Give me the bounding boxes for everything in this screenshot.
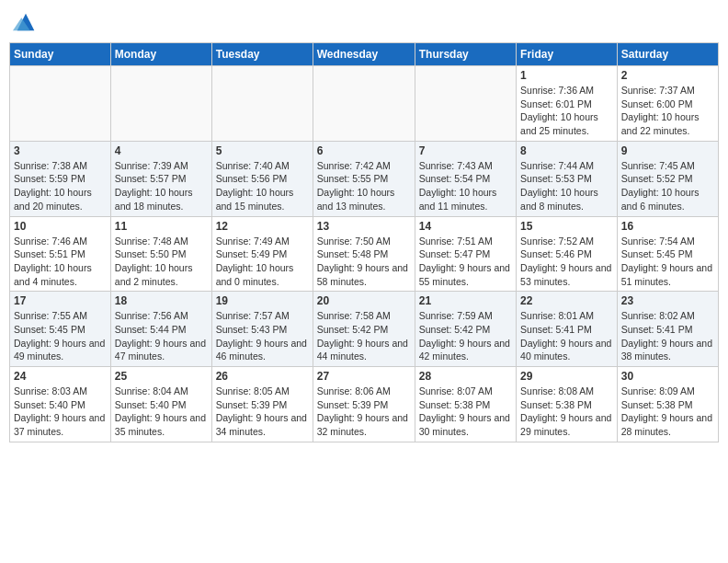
day-info: Sunrise: 8:02 AM Sunset: 5:41 PM Dayligh… — [621, 309, 714, 363]
day-number: 6 — [317, 144, 411, 157]
day-info: Sunrise: 7:55 AM Sunset: 5:45 PM Dayligh… — [14, 309, 107, 363]
day-number: 16 — [621, 220, 714, 233]
calendar-cell: 29Sunrise: 8:08 AM Sunset: 5:38 PM Dayli… — [517, 367, 618, 442]
calendar-cell: 8Sunrise: 7:44 AM Sunset: 5:53 PM Daylig… — [517, 141, 618, 216]
day-info: Sunrise: 7:52 AM Sunset: 5:46 PM Dayligh… — [520, 235, 613, 289]
day-info: Sunrise: 7:48 AM Sunset: 5:50 PM Dayligh… — [115, 235, 208, 289]
calendar-cell: 14Sunrise: 7:51 AM Sunset: 5:47 PM Dayli… — [415, 216, 516, 292]
calendar-cell — [110, 66, 211, 142]
logo — [9, 9, 39, 35]
day-info: Sunrise: 8:06 AM Sunset: 5:39 PM Dayligh… — [317, 385, 411, 439]
calendar-cell: 13Sunrise: 7:50 AM Sunset: 5:48 PM Dayli… — [313, 216, 415, 292]
day-info: Sunrise: 8:07 AM Sunset: 5:38 PM Dayligh… — [419, 385, 512, 439]
day-number: 29 — [520, 370, 613, 383]
calendar-cell: 5Sunrise: 7:40 AM Sunset: 5:56 PM Daylig… — [211, 141, 313, 216]
day-info: Sunrise: 7:43 AM Sunset: 5:54 PM Dayligh… — [419, 159, 512, 213]
day-number: 9 — [621, 144, 714, 157]
day-number: 10 — [14, 220, 107, 233]
calendar-cell: 15Sunrise: 7:52 AM Sunset: 5:46 PM Dayli… — [517, 216, 618, 292]
day-info: Sunrise: 7:59 AM Sunset: 5:42 PM Dayligh… — [419, 309, 512, 363]
day-number: 8 — [520, 144, 613, 157]
header-friday: Friday — [517, 43, 618, 66]
day-info: Sunrise: 7:46 AM Sunset: 5:51 PM Dayligh… — [14, 235, 107, 289]
day-number: 1 — [520, 69, 613, 82]
calendar-cell: 11Sunrise: 7:48 AM Sunset: 5:50 PM Dayli… — [110, 216, 211, 292]
calendar-cell: 12Sunrise: 7:49 AM Sunset: 5:49 PM Dayli… — [211, 216, 313, 292]
day-info: Sunrise: 8:09 AM Sunset: 5:38 PM Dayligh… — [621, 385, 714, 439]
day-info: Sunrise: 7:57 AM Sunset: 5:43 PM Dayligh… — [216, 309, 309, 363]
day-info: Sunrise: 7:37 AM Sunset: 6:00 PM Dayligh… — [621, 84, 714, 138]
header-sunday: Sunday — [10, 43, 111, 66]
day-info: Sunrise: 7:45 AM Sunset: 5:52 PM Dayligh… — [621, 159, 714, 213]
week-row-3: 17Sunrise: 7:55 AM Sunset: 5:45 PM Dayli… — [10, 292, 719, 367]
header-tuesday: Tuesday — [211, 43, 313, 66]
week-row-4: 24Sunrise: 8:03 AM Sunset: 5:40 PM Dayli… — [10, 367, 719, 442]
calendar-cell: 27Sunrise: 8:06 AM Sunset: 5:39 PM Dayli… — [313, 367, 415, 442]
calendar-cell: 6Sunrise: 7:42 AM Sunset: 5:55 PM Daylig… — [313, 141, 415, 216]
calendar-cell: 4Sunrise: 7:39 AM Sunset: 5:57 PM Daylig… — [110, 141, 211, 216]
day-info: Sunrise: 7:38 AM Sunset: 5:59 PM Dayligh… — [14, 159, 107, 213]
calendar-cell — [10, 66, 111, 142]
day-number: 30 — [621, 370, 714, 383]
day-number: 12 — [216, 220, 309, 233]
calendar-cell: 23Sunrise: 8:02 AM Sunset: 5:41 PM Dayli… — [617, 292, 718, 367]
day-number: 18 — [115, 294, 208, 307]
day-number: 4 — [115, 144, 208, 157]
day-number: 23 — [621, 294, 714, 307]
day-info: Sunrise: 7:40 AM Sunset: 5:56 PM Dayligh… — [216, 159, 309, 213]
calendar-cell: 1Sunrise: 7:36 AM Sunset: 6:01 PM Daylig… — [517, 66, 618, 142]
day-info: Sunrise: 8:01 AM Sunset: 5:41 PM Dayligh… — [520, 309, 613, 363]
day-info: Sunrise: 7:54 AM Sunset: 5:45 PM Dayligh… — [621, 235, 714, 289]
day-number: 25 — [115, 370, 208, 383]
day-number: 14 — [419, 220, 512, 233]
day-info: Sunrise: 7:36 AM Sunset: 6:01 PM Dayligh… — [520, 84, 613, 138]
day-number: 19 — [216, 294, 309, 307]
day-info: Sunrise: 7:42 AM Sunset: 5:55 PM Dayligh… — [317, 159, 411, 213]
day-number: 26 — [216, 370, 309, 383]
day-info: Sunrise: 7:51 AM Sunset: 5:47 PM Dayligh… — [419, 235, 512, 289]
day-number: 3 — [14, 144, 107, 157]
calendar-cell: 24Sunrise: 8:03 AM Sunset: 5:40 PM Dayli… — [10, 367, 111, 442]
logo-icon — [13, 9, 39, 35]
header-row: SundayMondayTuesdayWednesdayThursdayFrid… — [10, 43, 719, 66]
calendar-cell: 10Sunrise: 7:46 AM Sunset: 5:51 PM Dayli… — [10, 216, 111, 292]
calendar-table: SundayMondayTuesdayWednesdayThursdayFrid… — [9, 42, 719, 442]
calendar-cell: 28Sunrise: 8:07 AM Sunset: 5:38 PM Dayli… — [415, 367, 516, 442]
calendar-cell: 16Sunrise: 7:54 AM Sunset: 5:45 PM Dayli… — [617, 216, 718, 292]
calendar-cell: 2Sunrise: 7:37 AM Sunset: 6:00 PM Daylig… — [617, 66, 718, 142]
calendar-cell: 21Sunrise: 7:59 AM Sunset: 5:42 PM Dayli… — [415, 292, 516, 367]
day-number: 28 — [419, 370, 512, 383]
week-row-2: 10Sunrise: 7:46 AM Sunset: 5:51 PM Dayli… — [10, 216, 719, 292]
day-number: 27 — [317, 370, 411, 383]
day-info: Sunrise: 7:56 AM Sunset: 5:44 PM Dayligh… — [115, 309, 208, 363]
day-number: 17 — [14, 294, 107, 307]
calendar-cell: 22Sunrise: 8:01 AM Sunset: 5:41 PM Dayli… — [517, 292, 618, 367]
day-number: 15 — [520, 220, 613, 233]
day-info: Sunrise: 7:49 AM Sunset: 5:49 PM Dayligh… — [216, 235, 309, 289]
day-number: 21 — [419, 294, 512, 307]
day-info: Sunrise: 7:50 AM Sunset: 5:48 PM Dayligh… — [317, 235, 411, 289]
calendar-cell: 7Sunrise: 7:43 AM Sunset: 5:54 PM Daylig… — [415, 141, 516, 216]
day-number: 24 — [14, 370, 107, 383]
day-info: Sunrise: 8:05 AM Sunset: 5:39 PM Dayligh… — [216, 385, 309, 439]
day-number: 22 — [520, 294, 613, 307]
day-info: Sunrise: 7:58 AM Sunset: 5:42 PM Dayligh… — [317, 309, 411, 363]
header-saturday: Saturday — [617, 43, 718, 66]
calendar-cell: 17Sunrise: 7:55 AM Sunset: 5:45 PM Dayli… — [10, 292, 111, 367]
day-number: 11 — [115, 220, 208, 233]
calendar-cell: 9Sunrise: 7:45 AM Sunset: 5:52 PM Daylig… — [617, 141, 718, 216]
calendar-cell: 19Sunrise: 7:57 AM Sunset: 5:43 PM Dayli… — [211, 292, 313, 367]
day-number: 7 — [419, 144, 512, 157]
calendar-cell — [415, 66, 516, 142]
week-row-0: 1Sunrise: 7:36 AM Sunset: 6:01 PM Daylig… — [10, 66, 719, 142]
day-number: 20 — [317, 294, 411, 307]
calendar-cell: 25Sunrise: 8:04 AM Sunset: 5:40 PM Dayli… — [110, 367, 211, 442]
calendar-cell: 3Sunrise: 7:38 AM Sunset: 5:59 PM Daylig… — [10, 141, 111, 216]
calendar-cell: 30Sunrise: 8:09 AM Sunset: 5:38 PM Dayli… — [617, 367, 718, 442]
day-info: Sunrise: 8:04 AM Sunset: 5:40 PM Dayligh… — [115, 385, 208, 439]
day-number: 2 — [621, 69, 714, 82]
calendar-cell: 26Sunrise: 8:05 AM Sunset: 5:39 PM Dayli… — [211, 367, 313, 442]
header-monday: Monday — [110, 43, 211, 66]
calendar-cell: 20Sunrise: 7:58 AM Sunset: 5:42 PM Dayli… — [313, 292, 415, 367]
day-info: Sunrise: 7:39 AM Sunset: 5:57 PM Dayligh… — [115, 159, 208, 213]
